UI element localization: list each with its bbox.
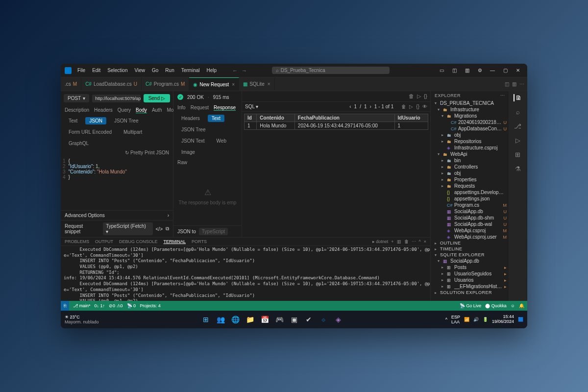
command-center[interactable]: ⌕DS_Prueba_Tecnica — [272, 67, 390, 74]
feedback-icon[interactable]: ☺ — [511, 303, 515, 308]
bodytype[interactable]: JSON — [85, 117, 106, 124]
source-control-icon[interactable]: ⎇ — [514, 122, 521, 130]
eye-icon[interactable]: 👁 — [422, 104, 427, 109]
editor-tab[interactable]: ◉New Request× — [189, 77, 239, 91]
copilot-icon[interactable]: 🟦 — [518, 317, 523, 322]
jsonto-input[interactable]: TypeScript — [199, 228, 228, 235]
clock[interactable]: 15:4419/06/2024 — [492, 315, 514, 324]
tree-item[interactable]: ◈Infrastructure.csproj — [431, 145, 509, 151]
tab-body[interactable]: Body — [136, 107, 147, 113]
add-terminal-icon[interactable]: + — [391, 239, 393, 244]
tree-item[interactable]: ▦SocialApp.db-shmU — [431, 215, 509, 221]
edge-icon[interactable]: 🌐 — [229, 314, 241, 325]
snippet-lang-select[interactable]: TypeScript (Fetch) ▾ — [103, 222, 152, 235]
volume-icon[interactable]: 🔊 — [473, 317, 479, 322]
close-icon[interactable]: × — [268, 81, 270, 87]
weather-widget[interactable]: ☀ 23°C Mayorm. nublado — [65, 315, 99, 324]
projects[interactable]: Projects: 4 — [140, 303, 161, 308]
menu-terminal[interactable]: Terminal — [178, 66, 203, 74]
tree-item[interactable]: ▦SocialApp.dbU — [431, 208, 509, 215]
battery-icon[interactable]: 🔋 — [483, 317, 488, 322]
remote-indicator[interactable]: ⎘ — [61, 301, 69, 311]
tree-item[interactable]: {}appsettings.Development.json — [431, 189, 509, 196]
split-icon[interactable]: ◫ — [505, 81, 509, 87]
panel-tab-ports[interactable]: PORTS — [192, 239, 207, 244]
tree-item[interactable]: ▸🖿bin — [431, 157, 509, 164]
bell-icon[interactable]: 🔔 — [519, 303, 524, 308]
sidebar-section[interactable]: ▸TIMELINE — [431, 246, 509, 252]
menu-run[interactable]: Run — [162, 66, 177, 74]
close-icon[interactable]: ✕ — [513, 66, 523, 75]
debug-icon[interactable]: ▷ — [515, 137, 520, 144]
editor-tab[interactable]: C#Program.cs M — [142, 77, 189, 91]
sqlite-table[interactable]: ▸⊞Posts▸ — [431, 264, 509, 270]
sidebar-section[interactable]: ▸SOLUTION EXPLORER — [431, 290, 509, 295]
bodytype[interactable]: Multipart — [120, 128, 146, 136]
code-icon[interactable]: {} — [424, 93, 427, 99]
advanced-options[interactable]: Advanced Options› — [61, 210, 173, 220]
ports[interactable]: 📡 0 — [127, 303, 136, 308]
maximize-icon[interactable]: ▢ — [500, 66, 511, 75]
tree-item[interactable]: {}appsettings.json — [431, 196, 509, 202]
discord-icon[interactable]: 🎮 — [273, 314, 285, 325]
sidebar-section[interactable]: ▸OUTLINE — [431, 240, 509, 246]
tree-item[interactable]: ◈WebApi.csprojM — [431, 227, 509, 234]
tree-item[interactable]: C#AppDatabaseContext...U — [431, 125, 509, 132]
sqlite-db[interactable]: ▾▦SocialApp.db — [431, 258, 509, 264]
panel-tab-problems[interactable]: PROBLEMS — [65, 239, 89, 244]
tab-query[interactable]: Query — [118, 107, 131, 113]
terminal-icon[interactable]: ▣ — [288, 314, 300, 325]
menu-file[interactable]: File — [74, 66, 88, 74]
export-icon[interactable]: 🗑 — [409, 93, 414, 99]
tree-item[interactable]: ▸🖿Controllers — [431, 164, 509, 170]
menu-help[interactable]: Help — [204, 66, 220, 74]
layout-icon[interactable]: ◫ — [449, 66, 460, 75]
editor-tab[interactable]: ▦SQLite× — [239, 77, 274, 91]
calendar-icon[interactable]: 📅 — [259, 314, 270, 325]
export-icon[interactable]: 🗑 — [401, 104, 406, 109]
git-branch[interactable]: ⎇ main* — [73, 303, 91, 308]
lang-indicator[interactable]: ESPLAA — [451, 315, 460, 324]
col-header[interactable]: FechaPublicacion — [294, 114, 394, 122]
code-icon[interactable]: {} — [416, 104, 419, 109]
tree-item[interactable]: ▸🖿Requests — [431, 183, 509, 189]
layout-icon[interactable]: ▭ — [436, 66, 447, 75]
quokka[interactable]: ⬤ Quokka — [485, 303, 507, 308]
lang-select[interactable]: SQL ▾ — [245, 104, 258, 109]
raw-toggle[interactable]: Raw — [173, 158, 242, 167]
table-row[interactable]: 1Hola Mundo2024-06-19 15:43:44.2971476-0… — [245, 122, 428, 130]
terminal-output[interactable]: Executed DbCommand (124ms) [Parameters=[… — [61, 246, 430, 301]
tree-item[interactable]: ◈WebApi.csproj.userM — [431, 234, 509, 240]
tab-info[interactable]: Info — [177, 105, 186, 111]
profile[interactable]: ▸ dotnet — [372, 239, 389, 244]
menu-go[interactable]: Go — [149, 66, 161, 74]
explorer-icon[interactable]: 🗎 — [514, 94, 522, 101]
url-input[interactable]: http://localhost:5079/api/ — [92, 95, 140, 102]
menu-view[interactable]: View — [132, 66, 148, 74]
bodytype[interactable]: Text — [65, 117, 81, 124]
run-icon[interactable]: ▷ — [417, 93, 421, 99]
close-icon[interactable]: × — [424, 239, 426, 244]
bodytype[interactable]: Form URL Encoded — [65, 128, 116, 136]
search-icon[interactable]: ⌕ — [516, 108, 520, 116]
col-header[interactable]: Contenido — [257, 114, 294, 122]
prev-page-icon[interactable]: ‹ — [349, 104, 351, 109]
go-live[interactable]: 📡 Go Live — [460, 303, 482, 308]
tree-item[interactable]: ▸🖿obj — [431, 170, 509, 176]
split-icon[interactable]: ▥ — [397, 239, 401, 244]
panel-tab-debug console[interactable]: DEBUG CONSOLE — [119, 239, 158, 244]
panel-tab-terminal[interactable]: TERMINAL — [164, 239, 186, 244]
subtab[interactable]: Headers — [177, 115, 204, 122]
subtab[interactable]: Text — [208, 115, 224, 122]
start-icon[interactable]: ⊞ — [200, 314, 212, 325]
close-icon[interactable]: × — [232, 82, 235, 87]
more-icon[interactable]: ⋯ — [500, 93, 505, 98]
test-icon[interactable]: ⚗ — [515, 165, 521, 172]
tree-item[interactable]: C#20240619200218_Migr...U — [431, 119, 509, 125]
tree-item[interactable]: ▸🖿obj — [431, 132, 509, 138]
more-icon[interactable]: ⋯ — [412, 239, 416, 244]
sqlite-table[interactable]: ▸⊞Usuarios▸ — [431, 277, 509, 283]
nav-back-icon[interactable]: ← — [232, 68, 238, 74]
sqlite-table[interactable]: ▸⊞__EFMigrationsHistory▸ — [431, 283, 509, 290]
send-button[interactable]: Send▷ — [144, 94, 170, 102]
